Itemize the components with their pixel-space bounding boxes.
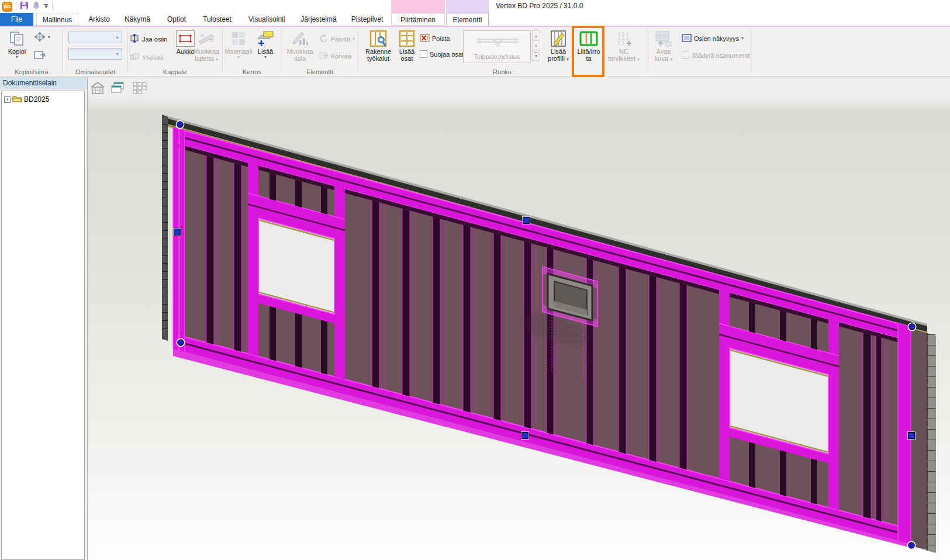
tab-arkisto[interactable]: Arkisto: [84, 13, 115, 26]
tolppakohdistus-gallery[interactable]: Tolppakohdistus: [463, 30, 531, 63]
gallery-down-button[interactable]: ▼: [532, 40, 540, 51]
stud-alignment-icon: [474, 34, 521, 51]
group-elementti: Muokkaa osia Päivitä ▾ Korvaa Elementti: [282, 27, 358, 77]
tree-item-bd2025[interactable]: + BD2025: [4, 95, 49, 104]
tab-elementti[interactable]: Elementti: [446, 13, 489, 26]
add-layer-icon: [257, 29, 274, 48]
group-nakyvyys: Avaa kuva ▾ Osien näkyvyys ▾ Jäädytä osa…: [648, 27, 751, 77]
gallery-up-button[interactable]: ▲: [532, 30, 540, 41]
group-separator: [127, 29, 128, 72]
muokkaa-lapetta-button[interactable]: 25 Muokkaa lapetta ▾: [193, 29, 220, 62]
property-combo-1[interactable]: ▾: [68, 32, 122, 43]
app-logo-icon[interactable]: BD: [2, 2, 12, 12]
move-button[interactable]: ▾: [34, 32, 50, 43]
tab-jarjestelma[interactable]: Järjestelmä: [298, 13, 340, 26]
replace-icon: [319, 51, 329, 61]
dropdown-arrow-icon: ▾: [48, 35, 50, 40]
tab-highlight-lavender: [446, 0, 489, 13]
jaadyta-osanumerot-checkbox[interactable]: Jäädytä osanumerot: [682, 51, 750, 59]
annotation-highlight-box: [572, 26, 604, 77]
nc-tarvikkeet-button[interactable]: NC tarvikkeet ▾: [606, 29, 642, 62]
tab-mallinnus[interactable]: Mallinnus: [36, 13, 78, 26]
checkbox-icon: [682, 51, 689, 59]
separator: [52, 2, 53, 11]
dropdown-arrow-icon: ▾: [566, 57, 569, 62]
add-profile-icon: [550, 29, 566, 48]
dropdown-arrow-icon: ▾: [237, 55, 240, 60]
group-separator: [62, 29, 63, 72]
edit-parts-icon: [291, 29, 309, 48]
tab-highlight-pink: [391, 0, 445, 13]
notifications-bell-icon[interactable]: [32, 1, 40, 12]
wall-3d-view[interactable]: [88, 77, 950, 560]
quick-access-toolbar: BD ▼: [0, 0, 53, 13]
ribbon: Kopioi ▾ ▾ Kopioi/siirrä ▾ ▾ Ominaisuude…: [0, 27, 950, 77]
dropdown-arrow-icon: ▾: [16, 55, 18, 60]
chevron-down-icon[interactable]: ▾: [113, 35, 122, 40]
tab-visualisointi[interactable]: Visualisointi: [243, 13, 291, 26]
dropdown-arrow-icon: ▾: [353, 37, 355, 42]
tab-file[interactable]: File: [0, 13, 33, 26]
refresh-icon: [319, 34, 329, 44]
muokkaa-osia-button[interactable]: Muokkaa osia: [283, 29, 317, 62]
ribbon-tab-bar: File Mallinnus Arkisto Näkymä Optiot Tul…: [0, 13, 950, 26]
tab-tulosteet[interactable]: Tulosteet: [198, 13, 236, 26]
korvaa-button[interactable]: Korvaa: [319, 51, 351, 61]
chevron-down-icon[interactable]: ▾: [113, 51, 122, 57]
split-parts-icon: [130, 34, 140, 44]
separator: [16, 2, 16, 11]
copy-icon: [9, 29, 25, 48]
move-icon: [34, 32, 46, 43]
lisaa-profiili-button[interactable]: Lisää profiili ▾: [545, 29, 572, 62]
tab-pistepilvet[interactable]: Pistepilvet: [347, 13, 388, 26]
parts-visibility-icon: [682, 34, 692, 43]
opening-icon: [176, 30, 195, 47]
tree-expand-icon[interactable]: +: [4, 96, 11, 103]
yhdista-button[interactable]: Yhdistä: [130, 53, 164, 63]
group-separator: [222, 29, 223, 72]
lisaa-kerros-button[interactable]: Lisää ▾: [254, 29, 277, 60]
move-to-drawing-button[interactable]: [34, 50, 46, 61]
delete-x-icon: [420, 34, 430, 43]
merge-parts-icon: [130, 53, 140, 63]
svg-text:25: 25: [209, 39, 213, 42]
window-arrow-icon: [34, 50, 46, 61]
osien-nakyvyys-button[interactable]: Osien näkyvyys ▾: [682, 34, 744, 43]
dropdown-arrow-icon: ▾: [670, 57, 672, 62]
poista-button[interactable]: Poista: [420, 34, 450, 43]
customize-toolbar-icon[interactable]: ▼: [44, 4, 49, 9]
model-canvas[interactable]: [88, 77, 950, 560]
dropdown-arrow-icon: ▾: [264, 55, 267, 60]
group-kappale: Jaa osiin Yhdistä Aukko 25 Muokkaa lapet…: [129, 27, 221, 77]
materiaali-button[interactable]: Materiaali ▾: [226, 29, 251, 60]
dropdown-arrow-icon: ▾: [216, 57, 218, 62]
tab-nakyma[interactable]: Näkymä: [120, 13, 154, 26]
roof-slope-icon: 25: [198, 29, 215, 48]
group-separator: [358, 29, 358, 72]
kopioi-button[interactable]: Kopioi ▾: [4, 29, 30, 60]
property-combo-2[interactable]: ▾: [68, 48, 122, 60]
avaa-kuva-button[interactable]: Avaa kuva ▾: [650, 29, 677, 62]
group-kopioi-siirra: Kopioi ▾ ▾ Kopioi/siirrä: [1, 27, 62, 77]
frame-tools-icon: [369, 29, 387, 48]
document-browser-panel: Dokumenttiselain + BD2025: [0, 77, 88, 560]
lisaa-osat-button[interactable]: Lisää osat: [395, 29, 419, 62]
tab-piirtaminen[interactable]: Piirtäminen: [391, 13, 445, 26]
group-ominaisuudet: ▾ ▾ Ominaisuudet: [63, 27, 127, 77]
dropdown-arrow-icon: ▾: [741, 36, 744, 41]
paivita-button[interactable]: Päivitä ▾: [319, 34, 355, 44]
folder-icon: [12, 95, 22, 104]
dropdown-arrow-icon: ▾: [637, 57, 640, 62]
gallery-scroll: ▲ ▼ ▾: [532, 30, 540, 61]
group-separator: [751, 29, 751, 72]
group-separator: [281, 29, 281, 72]
gallery-more-button[interactable]: ▾: [532, 50, 540, 61]
nc-accessories-icon: [616, 29, 632, 48]
group-separator: [647, 29, 647, 72]
jaa-osiin-button[interactable]: Jaa osiin: [130, 34, 167, 44]
tab-optiot[interactable]: Optiot: [162, 13, 191, 26]
save-icon[interactable]: [20, 1, 29, 12]
document-tree: + BD2025: [1, 91, 85, 560]
rakenne-tyokalut-button[interactable]: Rakenne työkalut: [362, 29, 394, 62]
suojaa-osat-checkbox[interactable]: Suojaa osat: [420, 50, 464, 58]
